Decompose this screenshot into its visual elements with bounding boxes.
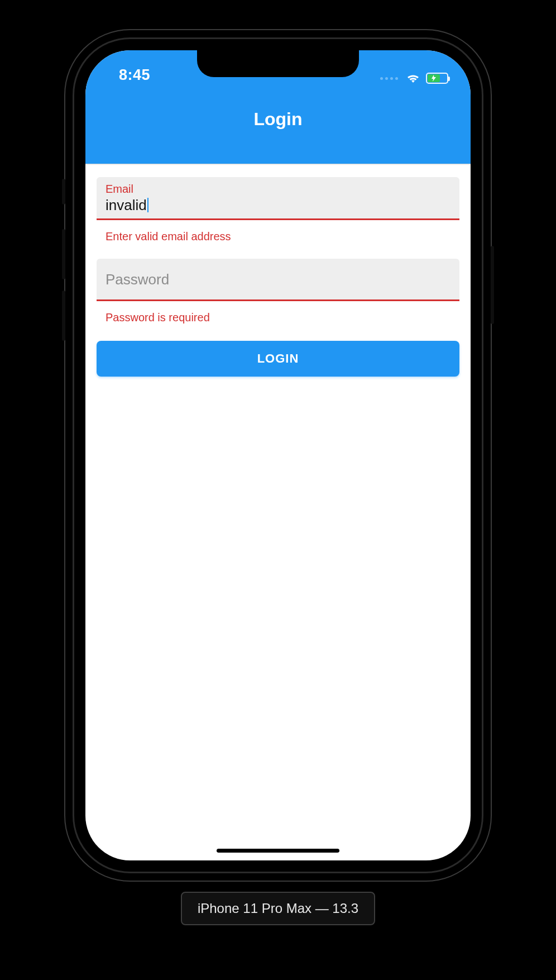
notch: [197, 50, 359, 77]
side-button-volume-up: [62, 229, 65, 279]
login-button[interactable]: LOGIN: [97, 341, 459, 377]
email-error: Enter valid email address: [97, 220, 459, 249]
simulator-caption: iPhone 11 Pro Max — 13.3: [181, 892, 375, 925]
email-label: Email: [106, 183, 450, 196]
side-button-volume-down: [62, 291, 65, 341]
email-field-container[interactable]: Email invalid: [97, 177, 459, 220]
home-indicator[interactable]: [217, 849, 339, 853]
email-field[interactable]: invalid: [106, 196, 450, 214]
status-time: 8:45: [119, 66, 150, 84]
text-caret: [147, 198, 148, 212]
login-form: Email invalid Enter valid email address …: [85, 164, 471, 377]
charging-bolt-icon: [432, 75, 436, 82]
battery-icon: [426, 73, 448, 84]
screen: 8:45: [85, 50, 471, 860]
device-frame: 8:45: [74, 39, 482, 872]
page-title: Login: [253, 109, 302, 129]
cellular-dots-icon: [380, 77, 398, 80]
side-button-silence: [62, 179, 65, 204]
password-error: Password is required: [97, 301, 459, 330]
password-field[interactable]: [106, 270, 450, 288]
password-field-container[interactable]: [97, 259, 459, 301]
wifi-icon: [406, 73, 420, 84]
side-button-power: [491, 246, 494, 324]
status-icons: [380, 73, 448, 84]
